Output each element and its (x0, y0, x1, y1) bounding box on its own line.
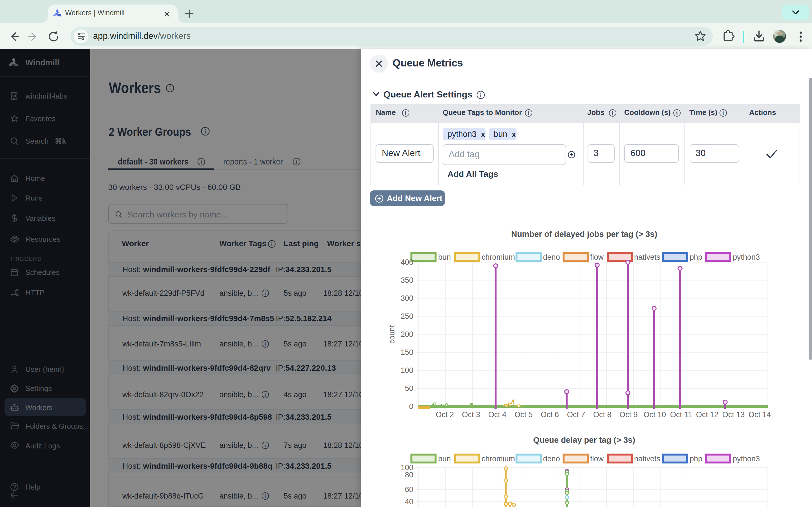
svg-text:Oct 13: Oct 13 (722, 410, 745, 419)
svg-text:60: 60 (405, 485, 413, 494)
svg-text:Oct 8: Oct 8 (593, 410, 612, 419)
svg-text:Oct 12: Oct 12 (696, 410, 719, 419)
svg-text:100: 100 (401, 366, 413, 375)
svg-text:Oct 11: Oct 11 (670, 410, 692, 419)
svg-text:python3: python3 (733, 253, 760, 262)
svg-text:400: 400 (401, 258, 413, 267)
svg-text:Oct 3: Oct 3 (462, 410, 480, 419)
svg-text:bun: bun (438, 455, 451, 463)
svg-text:350: 350 (401, 276, 413, 284)
svg-text:Oct 14: Oct 14 (749, 410, 771, 419)
svg-text:python3: python3 (733, 455, 760, 463)
svg-text:nativets: nativets (634, 253, 660, 262)
svg-text:Oct 2: Oct 2 (436, 410, 454, 419)
svg-text:php: php (690, 455, 702, 463)
svg-text:Oct 4: Oct 4 (488, 410, 507, 419)
svg-text:Number of delayed jobs per tag: Number of delayed jobs per tag (> 3s) (511, 230, 657, 238)
svg-text:deno: deno (543, 455, 560, 463)
svg-text:Queue delay per tag (> 3s): Queue delay per tag (> 3s) (533, 436, 635, 445)
svg-text:200: 200 (401, 330, 413, 339)
svg-text:chromium: chromium (481, 253, 515, 262)
svg-text:50: 50 (405, 384, 413, 393)
svg-text:40: 40 (405, 497, 413, 506)
svg-text:bun: bun (438, 253, 451, 262)
svg-text:flow: flow (590, 455, 604, 463)
svg-text:300: 300 (401, 294, 413, 302)
svg-text:80: 80 (405, 471, 413, 479)
svg-text:Oct 7: Oct 7 (567, 410, 585, 419)
svg-text:Oct 6: Oct 6 (541, 410, 559, 419)
svg-text:chromium: chromium (481, 455, 515, 463)
svg-text:nativets: nativets (634, 455, 660, 463)
svg-text:deno: deno (543, 253, 560, 262)
svg-text:Oct 9: Oct 9 (619, 410, 638, 419)
svg-text:150: 150 (401, 348, 413, 356)
svg-text:Oct 5: Oct 5 (515, 410, 533, 419)
svg-text:count: count (388, 325, 396, 344)
svg-text:flow: flow (590, 253, 604, 262)
svg-text:Oct 10: Oct 10 (644, 410, 666, 419)
svg-text:250: 250 (401, 312, 413, 321)
svg-text:0: 0 (409, 402, 413, 411)
svg-text:php: php (690, 253, 702, 262)
